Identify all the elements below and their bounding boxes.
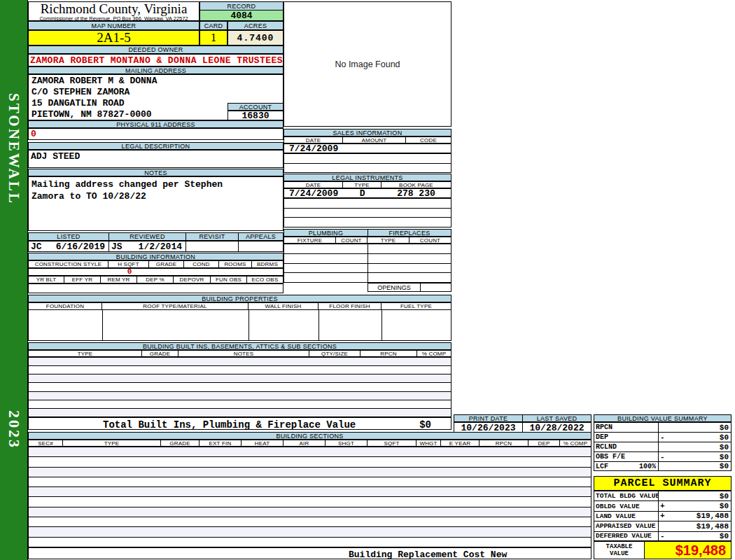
plumbing-fireplaces-subheaders: FIXTURE COUNT TYPE COUNT bbox=[284, 237, 451, 244]
building-properties-header: BUILDING PROPERTIES bbox=[28, 295, 451, 302]
bs-comp-header: % COMP bbox=[560, 440, 592, 447]
plumbing-empty-rows bbox=[284, 244, 368, 283]
bvs-label: DEP bbox=[594, 432, 658, 442]
parcel-op: - bbox=[659, 532, 668, 540]
remyr-header: REM YR bbox=[101, 276, 137, 284]
notes-line: Zamora to TO 10/28/22 bbox=[31, 190, 283, 202]
empty-row bbox=[284, 273, 368, 282]
bi-notes-header: NOTES bbox=[178, 350, 309, 357]
building-info-header-row-2: YR BLT EFF YR REM YR DEP % DEPOVR FUN OB… bbox=[28, 276, 284, 284]
parcel-label: TOTAL BLDG VALUE bbox=[594, 491, 658, 500]
openings-row: OPENINGS bbox=[368, 283, 451, 292]
reviewed-by: JS bbox=[111, 241, 122, 252]
parcel-value: - $0 bbox=[658, 531, 732, 541]
li-type: D bbox=[343, 188, 382, 199]
building-replacement-label: Building Replacement Cost New bbox=[349, 550, 507, 560]
reviewed-value: JS 1/2/2014 bbox=[108, 241, 186, 252]
bs-extfin-header: EXT FIN bbox=[200, 440, 241, 447]
empty-row bbox=[29, 400, 451, 409]
empty-row bbox=[284, 164, 451, 173]
empty-row bbox=[29, 487, 591, 497]
dep-pct-header: DEP % bbox=[137, 276, 174, 284]
parcel-label: DEFERRED VALUE bbox=[594, 531, 658, 541]
bvs-pct: 100% bbox=[639, 463, 656, 470]
bvs-amount: $0 bbox=[668, 433, 731, 442]
bi-rpcn-header: RPCN bbox=[360, 350, 417, 357]
listed-by: JC bbox=[31, 241, 42, 252]
legal-instruments-empty-rows bbox=[284, 198, 451, 227]
account-value: 16830 bbox=[227, 111, 284, 120]
bs-grade-header: GRADE bbox=[161, 440, 200, 447]
reviewed-header: REVIEWED bbox=[108, 232, 186, 241]
foundation-value bbox=[28, 310, 102, 341]
sales-empty-rows bbox=[284, 153, 451, 173]
bvs-value: $0 bbox=[658, 442, 732, 451]
roof-type-header: ROOF TYPE/MATERIAL bbox=[102, 302, 248, 310]
built-ins-empty-rows bbox=[28, 357, 451, 417]
legal-instruments-header-row: DATE TYPE BOOK PAGE bbox=[284, 181, 451, 188]
deeded-owner-header: DEEDED OWNER bbox=[28, 46, 284, 54]
sales-information-header: SALES INFORMATION bbox=[284, 129, 451, 136]
empty-row bbox=[29, 392, 451, 400]
built-ins-total-row: Total Built Ins, Plumbing & Fireplace Va… bbox=[28, 417, 451, 430]
empty-row bbox=[29, 358, 451, 366]
bvs-label: RCLND bbox=[594, 442, 658, 451]
parcel-amount: $0 bbox=[668, 532, 731, 540]
building-properties-header-row: FOUNDATION ROOF TYPE/MATERIAL WALL FINIS… bbox=[28, 302, 451, 310]
parcel-amount: $19,488 bbox=[668, 512, 731, 520]
bvs-row: LCF 100% $0 bbox=[594, 461, 732, 471]
parcel-value: + $0 bbox=[658, 500, 732, 510]
grade-header: GRADE bbox=[149, 260, 184, 268]
notes-header: NOTES bbox=[28, 169, 284, 176]
acres-value: 4.7400 bbox=[227, 30, 284, 46]
building-info-value-row-1: 0 bbox=[28, 268, 284, 276]
openings-label: OPENINGS bbox=[368, 283, 420, 292]
effyr-header: EFF YR bbox=[64, 276, 101, 284]
building-information-header: BUILDING INFORMATION bbox=[28, 253, 284, 260]
empty-row bbox=[368, 244, 451, 254]
bvs-label: RPCN bbox=[594, 422, 658, 432]
built-ins-header-row: TYPE GRADE NOTES QTY/SIZE RPCN % COMP bbox=[28, 350, 451, 357]
cond-header: COND bbox=[184, 260, 219, 268]
yrblt-header: YR BLT bbox=[28, 276, 64, 284]
legal-description-header: LEGAL DESCRIPTION bbox=[28, 142, 284, 150]
empty-row bbox=[284, 154, 451, 164]
last-saved-header: LAST SAVED bbox=[522, 414, 592, 422]
building-info-header-row-1: CONSTRUCTION STYLE H SQFT GRADE COND ROO… bbox=[28, 260, 284, 268]
bs-air-header: AIR bbox=[284, 440, 326, 447]
physical-911-header: PHYSICAL 911 ADDRESS bbox=[28, 120, 284, 128]
foundation-header: FOUNDATION bbox=[28, 302, 102, 310]
depovr-header: DEPOVR bbox=[174, 276, 211, 284]
empty-row bbox=[29, 468, 591, 477]
bvs-row: RCLND $0 bbox=[594, 442, 732, 451]
bvs-amount: $0 bbox=[668, 462, 731, 470]
revisit-value bbox=[186, 241, 238, 252]
empty-row bbox=[284, 244, 368, 254]
empty-row bbox=[29, 497, 591, 507]
empty-row bbox=[29, 366, 451, 374]
legal-description-value: ADJ STEED bbox=[28, 150, 284, 168]
parcel-row: TOTAL BLDG VALUE $0 bbox=[594, 491, 732, 500]
bs-dep-header: DEP bbox=[528, 440, 560, 447]
building-sections-footer-row: Building Replacement Cost New bbox=[28, 547, 592, 559]
empty-row bbox=[29, 527, 591, 537]
building-value-summary-table: RPCN $0 DEP - $0 RCLND bbox=[594, 422, 732, 471]
parcel-row: APPRAISED VALUE $19,488 bbox=[594, 521, 732, 531]
empty-row bbox=[368, 254, 451, 264]
bvs-label: LCF 100% bbox=[594, 461, 658, 471]
appeals-header: APPEALS bbox=[238, 232, 284, 241]
fuel-type-value bbox=[382, 310, 451, 341]
card-header: CARD bbox=[200, 21, 227, 30]
empty-row bbox=[368, 273, 451, 282]
parcel-summary-table: TOTAL BLDG VALUE $0 OBLDG VALUE + $0 LAN… bbox=[594, 491, 732, 541]
empty-row bbox=[284, 254, 368, 264]
rooms-header: ROOMS bbox=[219, 260, 252, 268]
parcel-summary-title: PARCEL SUMMARY bbox=[594, 476, 732, 491]
listed-value: JC 6/16/2019 bbox=[28, 241, 108, 252]
bi-qty-header: QTY/SIZE bbox=[309, 350, 360, 357]
funobs-header: FUN OBS bbox=[211, 276, 247, 284]
listed-header: LISTED bbox=[28, 232, 108, 241]
empty-row bbox=[29, 447, 591, 457]
wall-finish-value bbox=[248, 310, 318, 341]
ecoobs-header: ECO OBS bbox=[247, 276, 284, 284]
